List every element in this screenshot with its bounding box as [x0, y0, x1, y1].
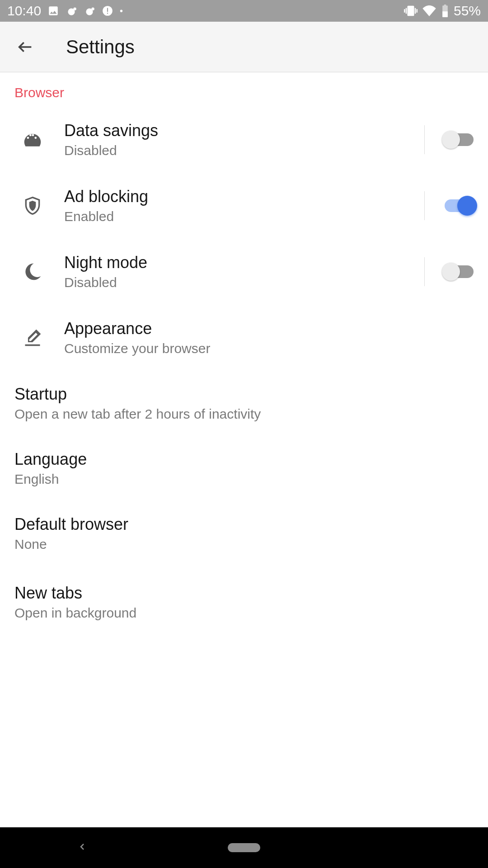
row-title: Ad blocking	[64, 187, 424, 206]
paint-icon	[14, 328, 64, 348]
row-language[interactable]: Language English	[0, 436, 488, 501]
nav-back-button[interactable]	[77, 841, 88, 854]
gauge-icon	[14, 130, 64, 150]
divider	[424, 191, 425, 220]
row-title: Night mode	[64, 253, 424, 272]
status-bar: 10:40 • 55%	[0, 0, 488, 22]
row-new-tabs[interactable]: New tabs Open in background	[0, 566, 488, 631]
image-icon	[47, 5, 59, 17]
row-subtitle: Disabled	[64, 143, 424, 158]
divider	[424, 257, 425, 286]
nav-home-pill[interactable]	[228, 843, 260, 852]
moon-icon	[14, 262, 64, 282]
navigation-bar	[0, 827, 488, 868]
row-subtitle: Open a new tab after 2 hours of inactivi…	[14, 406, 474, 422]
dot-icon: •	[120, 6, 123, 16]
row-night-mode[interactable]: Night mode Disabled	[0, 239, 488, 305]
row-subtitle: Open in background	[14, 605, 474, 621]
row-data-savings[interactable]: Data savings Disabled	[0, 107, 488, 173]
svg-rect-6	[107, 13, 108, 14]
row-startup[interactable]: Startup Open a new tab after 2 hours of …	[0, 371, 488, 436]
row-appearance[interactable]: Appearance Customize your browser	[0, 305, 488, 371]
row-subtitle: Enabled	[64, 209, 424, 224]
wifi-icon	[422, 4, 436, 18]
toggle-data-savings[interactable]	[445, 133, 474, 146]
svg-rect-5	[107, 8, 108, 12]
row-title: Appearance	[64, 319, 474, 338]
page-title: Settings	[66, 36, 135, 58]
row-subtitle: English	[14, 472, 474, 487]
svg-point-3	[91, 7, 94, 10]
row-title: Default browser	[14, 515, 474, 534]
row-title: Data savings	[64, 121, 424, 140]
status-battery: 55%	[454, 3, 481, 19]
row-default-browser[interactable]: Default browser None	[0, 501, 488, 566]
app-bar: Settings	[0, 22, 488, 72]
svg-point-1	[73, 7, 76, 10]
row-title: New tabs	[14, 584, 474, 603]
row-title: Language	[14, 450, 474, 469]
row-subtitle: Customize your browser	[64, 341, 474, 356]
vibrate-icon	[404, 4, 418, 18]
reddit-icon	[84, 5, 95, 17]
row-subtitle: Disabled	[64, 275, 424, 290]
divider	[424, 125, 425, 154]
toggle-ad-blocking[interactable]	[445, 199, 474, 212]
status-time: 10:40	[7, 3, 41, 19]
section-header-browser: Browser	[0, 72, 488, 107]
row-subtitle: None	[14, 537, 474, 552]
toggle-night-mode[interactable]	[445, 265, 474, 278]
row-title: Startup	[14, 385, 474, 404]
battery-icon	[441, 5, 449, 17]
row-ad-blocking[interactable]: Ad blocking Enabled	[0, 173, 488, 239]
shield-icon	[14, 196, 64, 216]
back-button[interactable]	[13, 34, 38, 60]
alert-icon	[102, 5, 113, 17]
reddit-icon	[66, 5, 77, 17]
settings-content: Browser Data savings Disabled Ad blockin…	[0, 72, 488, 631]
